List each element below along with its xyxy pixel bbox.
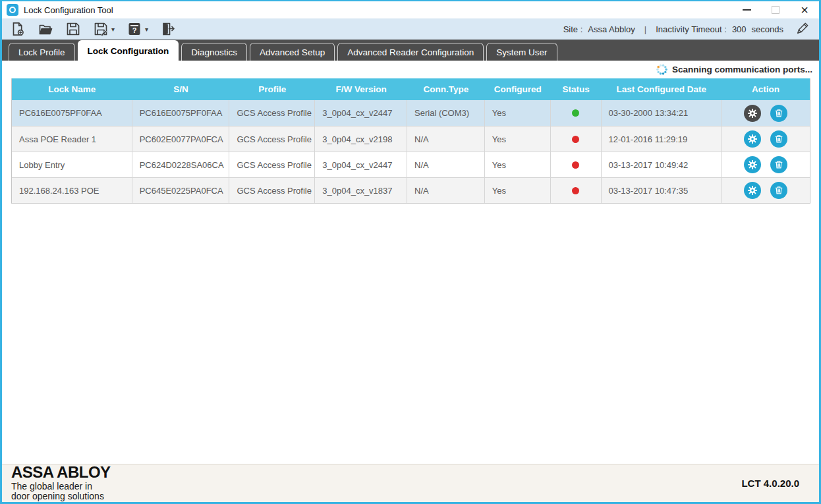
column-header-configured: Configured — [485, 78, 551, 100]
tab-system-user[interactable]: System User — [486, 43, 557, 61]
cell-configured: Yes — [485, 152, 551, 177]
window-controls: × — [732, 1, 819, 18]
timeout-value: 300 — [732, 24, 747, 34]
table-body: PC616E0075PF0FAAPC616E0075PF0FAAGCS Acce… — [12, 100, 810, 203]
cell-fw-version: 3_0p04_cx_v2447 — [315, 152, 407, 177]
edit-site-settings-button[interactable] — [795, 21, 810, 38]
column-header-lock-name: Lock Name — [12, 78, 132, 100]
cell-action — [722, 152, 810, 177]
table-row[interactable]: 192.168.24.163 POEPC645E0225PA0FCAGCS Ac… — [12, 177, 810, 203]
delete-lock-button[interactable] — [770, 156, 787, 173]
maximize-button[interactable] — [761, 1, 790, 18]
cell-last-configured-date: 03-13-2017 10:47:35 — [602, 178, 722, 203]
delete-lock-button[interactable] — [770, 130, 787, 148]
tagline-line2: door opening solutions — [11, 491, 111, 502]
cell-sn: PC624D0228SA06CA — [132, 152, 230, 177]
app-version: LCT 4.0.20.0 — [741, 478, 799, 489]
new-document-icon — [10, 21, 26, 37]
cell-status — [551, 100, 602, 126]
configure-lock-button[interactable] — [744, 105, 761, 122]
table-row[interactable]: Assa POE Reader 1PC602E0077PA0FCAGCS Acc… — [12, 126, 810, 152]
close-icon: × — [801, 3, 808, 16]
table-row[interactable]: PC616E0075PF0FAAPC616E0075PF0FAAGCS Acce… — [12, 100, 810, 126]
chevron-down-icon: ▾ — [111, 26, 115, 33]
cell-sn: PC602E0077PA0FCA — [132, 126, 230, 152]
app-icon — [7, 4, 18, 16]
cell-last-configured-date: 12-01-2016 11:29:19 — [602, 126, 722, 152]
status-dot-red — [572, 136, 579, 143]
status-dot-red — [572, 187, 579, 194]
configure-lock-button[interactable] — [744, 130, 761, 148]
open-button[interactable] — [36, 20, 55, 38]
new-configuration-button[interactable] — [9, 20, 27, 38]
close-button[interactable]: × — [790, 1, 819, 18]
cell-action — [722, 126, 810, 152]
brand-logo: ASSA ABLOY — [11, 464, 111, 480]
app-window: Lock Configuration Tool × — [0, 0, 821, 504]
exit-button[interactable] — [159, 20, 177, 38]
minimize-button[interactable] — [732, 1, 761, 18]
brand-block: ASSA ABLOY The global leader in door ope… — [11, 464, 111, 502]
column-header-conn-type: Conn.Type — [407, 78, 485, 100]
cell-lock-name: 192.168.24.163 POE — [12, 178, 132, 203]
cell-status — [551, 152, 602, 177]
cell-profile: GCS Access Profile — [229, 126, 315, 152]
save-as-button[interactable]: ▾ — [92, 20, 116, 38]
cell-profile: GCS Access Profile — [229, 100, 315, 126]
main-content: Scanning communication ports... Lock Nam… — [2, 61, 819, 464]
cell-last-configured-date: 03-30-2000 13:34:21 — [602, 100, 722, 126]
cell-fw-version: 3_0p04_cx_v1837 — [315, 178, 407, 203]
site-info: Site : Assa Abbloy | Inactivity Timeout … — [563, 21, 812, 38]
column-header-action: Action — [722, 78, 810, 100]
window-title: Lock Configuration Tool — [24, 5, 113, 15]
delete-lock-button[interactable] — [770, 105, 787, 122]
maximize-icon — [772, 6, 779, 14]
open-folder-icon — [38, 21, 53, 37]
tab-lock-profile[interactable]: Lock Profile — [9, 43, 75, 61]
cell-configured: Yes — [485, 178, 551, 203]
brand-tagline: The global leader in door opening soluti… — [11, 482, 111, 502]
cell-profile: GCS Access Profile — [229, 152, 315, 177]
configure-lock-button[interactable] — [744, 156, 761, 173]
cell-action — [722, 100, 810, 126]
cell-conn-type: N/A — [407, 178, 485, 203]
cell-action — [722, 178, 810, 203]
table-row[interactable]: Lobby EntryPC624D0228SA06CAGCS Access Pr… — [12, 152, 810, 177]
spinner-icon — [656, 64, 667, 75]
toolbar: ▾ ? ▾ Site : Assa Abbloy | Inactiv — [2, 18, 819, 40]
help-icon: ? — [127, 21, 142, 37]
cell-sn: PC616E0075PF0FAA — [132, 100, 230, 126]
site-label: Site : — [563, 24, 583, 34]
column-header-f-w-version: F/W Version — [315, 78, 407, 100]
trash-icon — [773, 184, 785, 196]
tagline-line1: The global leader in — [11, 482, 111, 492]
tab-advanced-setup[interactable]: Advanced Setup — [250, 43, 335, 61]
delete-lock-button[interactable] — [770, 182, 787, 199]
cell-conn-type: N/A — [407, 126, 485, 152]
cell-configured: Yes — [485, 126, 551, 152]
save-button[interactable] — [64, 20, 82, 38]
minimize-icon — [743, 9, 751, 11]
cell-sn: PC645E0225PA0FCA — [132, 178, 230, 203]
table-header: Lock NameS/NProfileF/W VersionConn.TypeC… — [12, 78, 810, 100]
cell-status — [551, 178, 602, 203]
configure-lock-button[interactable] — [744, 182, 761, 199]
gear-icon — [747, 159, 758, 171]
tab-lock-configuration[interactable]: Lock Configuration — [78, 40, 179, 61]
gear-icon — [747, 133, 758, 145]
exit-icon — [160, 21, 176, 37]
help-button[interactable]: ? ▾ — [125, 20, 150, 38]
timeout-unit: seconds — [752, 24, 783, 34]
cell-profile: GCS Access Profile — [229, 178, 315, 203]
column-header-last-configured-date: Last Configured Date — [602, 78, 722, 100]
cell-lock-name: PC616E0075PF0FAA — [12, 100, 132, 126]
timeout-label: Inactivity Timeout : — [656, 24, 727, 34]
cell-conn-type: Serial (COM3) — [407, 100, 485, 126]
save-icon — [65, 21, 81, 37]
tab-diagnostics[interactable]: Diagnostics — [181, 43, 247, 61]
cell-fw-version: 3_0p04_cx_v2198 — [315, 126, 407, 152]
tab-advanced-reader-configuration[interactable]: Advanced Reader Configuration — [337, 43, 484, 61]
scanning-text: Scanning communication ports... — [672, 65, 812, 74]
status-dot-green — [572, 109, 579, 117]
column-header-status: Status — [551, 78, 602, 100]
